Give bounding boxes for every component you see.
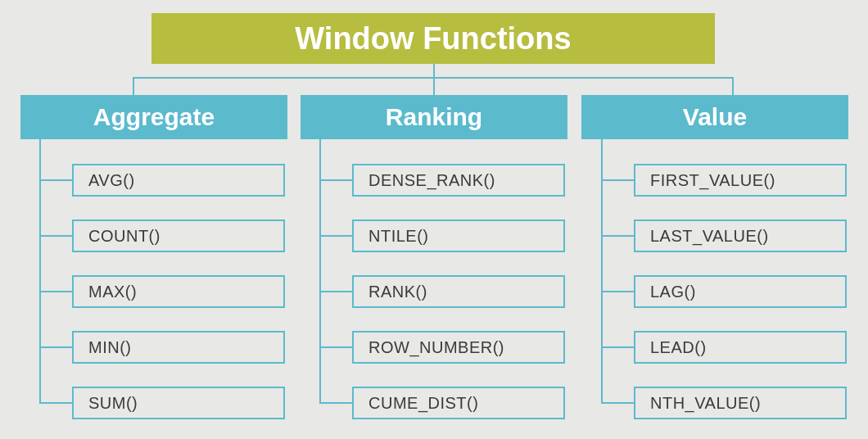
connector-line — [39, 179, 72, 181]
function-label: CUME_DIST() — [368, 394, 478, 413]
connector-line — [319, 402, 352, 404]
root-title: Window Functions — [295, 21, 571, 57]
connector-line — [319, 139, 321, 195]
connector-line — [601, 139, 603, 195]
function-label: LEAD() — [650, 338, 707, 357]
function-label: COUNT() — [88, 227, 160, 246]
category-aggregate: Aggregate — [20, 95, 287, 139]
function-item: ROW_NUMBER() — [352, 331, 565, 364]
connector-line — [433, 64, 435, 77]
function-label: NTILE() — [368, 227, 429, 246]
function-item: COUNT() — [72, 220, 285, 252]
function-item: DENSE_RANK() — [352, 164, 565, 197]
function-item: CUME_DIST() — [352, 387, 565, 419]
connector-line — [601, 291, 634, 292]
function-item: MAX() — [72, 275, 285, 308]
function-label: SUM() — [88, 394, 138, 413]
category-label: Value — [683, 103, 747, 131]
function-item: NTILE() — [352, 220, 565, 252]
function-item: AVG() — [72, 164, 285, 197]
function-label: MIN() — [88, 338, 131, 357]
function-label: LAST_VALUE() — [650, 227, 769, 246]
function-item: FIRST_VALUE() — [634, 164, 847, 197]
connector-line — [601, 346, 634, 348]
connector-line — [601, 306, 603, 362]
connector-line — [39, 195, 41, 251]
connector-line — [601, 362, 603, 403]
function-item: LAG() — [634, 275, 847, 308]
function-item: SUM() — [72, 387, 285, 419]
connector-line — [319, 251, 321, 306]
connector-line — [319, 346, 352, 348]
connector-line — [433, 77, 435, 95]
function-label: DENSE_RANK() — [368, 171, 495, 190]
function-label: RANK() — [368, 283, 427, 301]
function-label: LAG() — [650, 283, 696, 301]
connector-line — [601, 251, 603, 306]
connector-line — [39, 251, 41, 306]
function-item: LAST_VALUE() — [634, 220, 847, 252]
connector-line — [319, 362, 321, 403]
function-label: NTH_VALUE() — [650, 394, 761, 413]
connector-line — [39, 346, 72, 348]
connector-line — [39, 235, 72, 237]
category-ranking: Ranking — [301, 95, 567, 139]
category-label: Aggregate — [93, 103, 215, 131]
function-item: MIN() — [72, 331, 285, 364]
connector-line — [319, 291, 352, 292]
connector-line — [601, 235, 634, 237]
function-label: FIRST_VALUE() — [650, 171, 775, 190]
function-label: MAX() — [88, 283, 137, 301]
connector-line — [39, 139, 41, 195]
root-title-box: Window Functions — [151, 13, 715, 64]
function-item: RANK() — [352, 275, 565, 308]
connector-line — [319, 306, 321, 362]
connector-line — [319, 195, 321, 251]
connector-line — [732, 77, 734, 95]
connector-line — [319, 179, 352, 181]
connector-line — [601, 402, 634, 404]
connector-line — [319, 235, 352, 237]
category-label: Ranking — [386, 103, 482, 131]
function-item: LEAD() — [634, 331, 847, 364]
function-label: ROW_NUMBER() — [368, 338, 504, 357]
connector-line — [39, 291, 72, 292]
function-label: AVG() — [88, 171, 135, 190]
connector-line — [39, 402, 72, 404]
function-item: NTH_VALUE() — [634, 387, 847, 419]
connector-line — [39, 306, 41, 362]
connector-line — [39, 362, 41, 403]
connector-line — [133, 77, 134, 95]
connector-line — [601, 179, 634, 181]
connector-line — [601, 195, 603, 251]
category-value: Value — [581, 95, 848, 139]
